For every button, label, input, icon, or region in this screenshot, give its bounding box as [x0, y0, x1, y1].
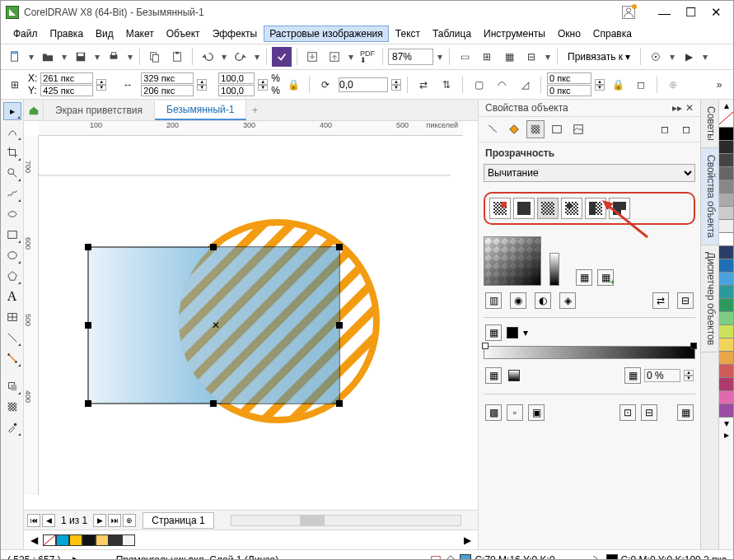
rot-up[interactable]: ▲ — [391, 79, 401, 85]
zoom-tool[interactable] — [3, 164, 21, 182]
node-color-dropdown[interactable]: ▾ — [523, 327, 528, 338]
rx-down[interactable]: ▼ — [595, 85, 605, 91]
apply-both-icon[interactable]: ▣ — [528, 404, 545, 421]
import-button[interactable] — [302, 47, 322, 67]
corner-round-icon[interactable]: ◠ — [492, 75, 512, 95]
colorstrip-swatch[interactable] — [719, 154, 734, 167]
scale-spin-down[interactable]: ▼ — [258, 85, 268, 91]
page-last[interactable]: ⏭ — [108, 514, 121, 527]
rx-input[interactable] — [547, 72, 591, 84]
h-scrollbar[interactable] — [231, 515, 461, 526]
colorstrip-swatch[interactable] — [719, 286, 734, 299]
transparency-tab-icon[interactable] — [526, 120, 545, 138]
colorstrip-swatch[interactable] — [719, 167, 734, 180]
options-dropdown[interactable]: ▾ — [668, 51, 676, 63]
fill-swatch[interactable] — [460, 554, 471, 561]
freeze-icon[interactable]: ⊡ — [619, 404, 636, 421]
connector-tool[interactable] — [3, 349, 21, 367]
close-button[interactable]: ✕ — [711, 5, 722, 20]
colorstrip-swatch[interactable] — [719, 365, 734, 378]
palette-none[interactable] — [43, 534, 56, 546]
corner-chamfer-icon[interactable]: ◿ — [515, 75, 535, 95]
zoom-dropdown[interactable]: ▾ — [436, 51, 444, 63]
menu-tools[interactable]: Инструменты — [478, 26, 551, 42]
mirror2-icon[interactable]: ⊟ — [677, 292, 694, 309]
opacity-up[interactable]: ▲ — [684, 370, 694, 376]
w-spin-down[interactable]: ▼ — [197, 85, 207, 91]
copy-button[interactable] — [145, 47, 165, 67]
palette-swatch[interactable] — [56, 534, 69, 546]
copy-trans-icon[interactable]: ⊟ — [641, 404, 657, 421]
palette-swatch[interactable] — [109, 534, 122, 546]
table-tool[interactable] — [3, 308, 21, 326]
scale-spin-up[interactable]: ▲ — [258, 79, 268, 85]
colorstrip-swatch[interactable] — [719, 404, 734, 418]
menu-object[interactable]: Объект — [161, 26, 206, 42]
drop-shadow-tool[interactable] — [3, 377, 21, 395]
opacity-down[interactable]: ▼ — [684, 376, 694, 381]
maximize-button[interactable]: ☐ — [685, 5, 696, 20]
rot-down[interactable]: ▼ — [391, 85, 401, 91]
menu-text[interactable]: Текст — [390, 26, 426, 42]
grid-button[interactable]: ▦ — [499, 47, 519, 67]
menu-edit[interactable]: Правка — [44, 26, 90, 42]
document-tab[interactable]: Безымянный-1 — [155, 100, 246, 120]
colorstrip-swatch[interactable] — [719, 378, 734, 391]
dimension-tool[interactable] — [3, 329, 21, 347]
user-badge-icon[interactable] — [622, 6, 635, 19]
object-manager-tab[interactable]: Диспетчер объектов — [701, 245, 718, 352]
bitmap-tab-icon[interactable] — [569, 120, 587, 138]
panel-view-2-icon[interactable]: ◻ — [677, 120, 695, 138]
export-button[interactable] — [325, 47, 344, 67]
node-slider[interactable] — [549, 253, 559, 286]
colorstrip-swatch[interactable] — [719, 273, 734, 286]
scalex-input[interactable] — [218, 72, 255, 84]
ry-input[interactable] — [547, 85, 591, 96]
conical-icon[interactable]: ◐ — [535, 292, 551, 309]
pattern-transparency-button[interactable] — [561, 198, 582, 219]
eyedropper-tool[interactable] — [3, 418, 21, 436]
panel-view-1-icon[interactable]: ◻ — [656, 120, 674, 138]
pdf-button[interactable]: PDF⬇ — [358, 47, 377, 67]
corner-square-icon[interactable]: ▢ — [469, 75, 489, 95]
colorstrip-swatch[interactable] — [719, 391, 734, 404]
add-tab-button[interactable]: + — [246, 102, 263, 119]
menu-window[interactable]: Окно — [552, 26, 587, 42]
lock-ratio-button[interactable]: 🔒 — [283, 75, 303, 95]
undo-button[interactable] — [198, 47, 217, 67]
radial-icon[interactable]: ◉ — [510, 292, 526, 309]
square-icon[interactable]: ◈ — [559, 292, 576, 309]
new-preset-icon[interactable]: ▦+ — [597, 269, 614, 286]
home-tab-icon[interactable] — [24, 100, 44, 120]
menu-file[interactable]: Файл — [7, 26, 44, 42]
x-spin-down[interactable]: ▼ — [96, 85, 106, 91]
snap-to-button[interactable]: Привязать к ▾ — [563, 49, 635, 64]
page-add[interactable]: ⊕ — [123, 514, 136, 527]
outline-tab-icon[interactable] — [484, 120, 502, 138]
rect-tab-icon[interactable] — [548, 120, 566, 138]
node-color-swatch[interactable] — [507, 327, 518, 338]
palette-left[interactable]: ◀ — [30, 534, 38, 546]
page-next[interactable]: ▶ — [93, 514, 106, 527]
canvas-area[interactable]: 100 200 300 400 500 пикселей 700 600 500… — [24, 121, 478, 510]
linear-icon[interactable]: ▥ — [485, 292, 502, 309]
colorstrip-swatch[interactable] — [719, 194, 734, 207]
relative-corner-button[interactable]: ◻ — [631, 75, 651, 95]
x-spin-up[interactable]: ▲ — [96, 79, 106, 85]
apply-outline-icon[interactable]: ▫ — [507, 404, 523, 421]
polygon-tool[interactable] — [3, 267, 21, 285]
colorstrip-swatch[interactable] — [719, 180, 734, 194]
add-button[interactable]: ⊕ — [663, 75, 683, 95]
colorstrip-swatch[interactable] — [719, 233, 734, 246]
fill-tab-icon[interactable] — [505, 120, 523, 138]
open-button[interactable] — [38, 47, 58, 67]
opacity-value[interactable]: 0 % — [644, 369, 680, 382]
nav-next-icon[interactable]: ▶ — [72, 554, 80, 561]
canvas[interactable]: ✕ — [39, 136, 463, 495]
export-dropdown[interactable]: ▾ — [347, 51, 355, 63]
print-button[interactable] — [104, 47, 124, 67]
minimize-button[interactable]: — — [658, 6, 671, 20]
new-dropdown[interactable]: ▾ — [27, 51, 35, 63]
colorstrip-swatch[interactable] — [719, 259, 734, 273]
panel-collapse-icon[interactable]: ▸▸ — [672, 102, 682, 114]
